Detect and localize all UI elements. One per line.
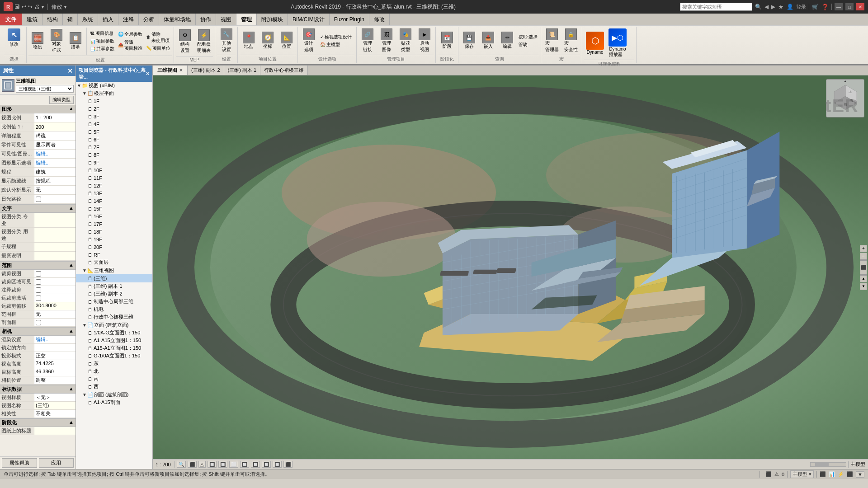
structure-settings-btn[interactable]: ⚙ 结构设置 [176, 28, 194, 55]
pb-item-5f[interactable]: 🗒5F [76, 128, 152, 136]
tab-modify[interactable]: 修改 [369, 14, 390, 25]
pb-item-7f[interactable]: 🗒7F [76, 143, 152, 151]
status-icon-4[interactable]: ⬛ [847, 471, 853, 477]
nav-forward[interactable]: ▶ [771, 4, 775, 10]
vc-btn-3[interactable]: △ [198, 461, 206, 468]
view-tab-3d-copy1[interactable]: (三维) 副本 1 [224, 66, 261, 75]
manage-links-btn[interactable]: 🔗 管理链接 [359, 28, 377, 54]
pb-item-elev-2[interactable]: 🗒A1-A15立面图1：150 [76, 337, 152, 344]
status-icon-3[interactable]: ⚡ [838, 471, 844, 477]
manage-images-btn[interactable]: 🖼 管理图像 [377, 28, 396, 54]
tab-fuzor[interactable]: Fuzor Plugin [330, 14, 369, 25]
tab-insert[interactable]: 插入 [98, 14, 118, 25]
pan-up-btn[interactable]: ▲ [860, 275, 867, 282]
tab-view[interactable]: 视图 [216, 14, 236, 25]
zoom-out-btn[interactable]: − [860, 253, 867, 260]
edit-type-btn[interactable]: 编辑类型 [49, 96, 74, 104]
pb-item-section-1[interactable]: 🗒A1-A15剖面 [76, 399, 152, 406]
material-btn[interactable]: 🧱 物质 [28, 31, 47, 51]
help-icon[interactable]: ★ [778, 3, 784, 10]
help-btn[interactable]: ❓ [821, 4, 829, 10]
modify-btn[interactable]: ↖ 修改 [4, 28, 24, 48]
pb-item-west[interactable]: 🗒西 [76, 383, 152, 390]
vc-btn-10[interactable]: 🔲 [273, 461, 282, 468]
view-tab-3d-close[interactable]: ✕ [179, 68, 183, 73]
project-params-btn[interactable]: 📊项目参数 [89, 38, 116, 45]
quick-access-save[interactable]: 🖫 [14, 4, 20, 10]
tab-bimcim[interactable]: BIM/CIM设计 [288, 14, 330, 25]
insert-btn[interactable]: 📥 嵌入 [479, 31, 497, 51]
edit-btn[interactable]: ✏ 编辑 [498, 31, 516, 51]
close-btn[interactable]: ✕ [856, 3, 864, 10]
identity-section-header[interactable]: 标识数据▲ [0, 385, 75, 394]
filter-btn[interactable]: ▼ [856, 471, 864, 478]
pb-item-elev-3[interactable]: 🗒A15-A1立面图1：150 [76, 344, 152, 352]
graphics-section-header[interactable]: 图形▲ [0, 105, 75, 113]
pb-close-btn[interactable]: ✕ [146, 71, 150, 77]
fit-view-btn[interactable]: ⬛ [860, 260, 867, 275]
pb-item-3d-copy1[interactable]: 🗒(三维) 副本 1 [76, 282, 152, 290]
mep-settings-btn[interactable]: ⚡ 配电盘明细表 [195, 28, 213, 55]
tab-manage[interactable]: 管理 [236, 14, 257, 25]
macro-security-btn[interactable]: 🔒 宏安全性 [562, 28, 580, 54]
pb-item-roof[interactable]: 🗒天面层 [76, 258, 152, 266]
pb-item-20f[interactable]: 🗒20F [76, 243, 152, 251]
phasing-btn[interactable]: 📅 阶段 [438, 28, 456, 54]
tab-addins[interactable]: 附加模块 [257, 14, 288, 25]
tab-structure[interactable]: 结构 [42, 14, 63, 25]
tab-collaborate[interactable]: 协作 [196, 14, 216, 25]
project-units-btn[interactable]: 📏项目单位 [145, 45, 172, 52]
coordinates-btn[interactable]: 🧭 坐标 [259, 31, 277, 51]
properties-close-btn[interactable]: ✕ [67, 67, 73, 75]
login-btn[interactable]: 登录 [796, 4, 806, 10]
pb-item-elev-1[interactable]: 🗒1/0A-G立面图1：150 [76, 329, 152, 337]
position-btn[interactable]: 📐 位置 [278, 31, 296, 51]
text-section-header[interactable]: 文字▲ [0, 204, 75, 213]
pb-item-sections[interactable]: ▼ 📄 剖面 (建筑剖面) [76, 391, 152, 399]
search-input[interactable] [680, 3, 752, 11]
pb-item-elevations[interactable]: ▼ 📄 立面 (建筑立面) [76, 321, 152, 329]
status-icon-2[interactable]: 📊 [829, 471, 835, 477]
pb-item-1f[interactable]: 🗒1F [76, 97, 152, 105]
camera-section-header[interactable]: 相机▲ [0, 327, 75, 336]
check-design-btn[interactable]: ✓检视选项设计 [319, 33, 353, 41]
model-selector[interactable]: 主模型 ▾ [790, 470, 814, 478]
vc-btn-9[interactable]: 🔲 [262, 461, 271, 468]
tab-build[interactable]: 建筑 [22, 14, 42, 25]
prop-row-gd[interactable]: 图形显示选项 编辑... [0, 159, 75, 168]
vc-btn-8[interactable]: 🔲 [251, 461, 260, 468]
macro-manager-btn[interactable]: 📜 宏管理器 [543, 28, 561, 54]
purge-btn[interactable]: 🗑清除未使用项 [145, 31, 172, 44]
vc-btn-7[interactable]: 🔲 [240, 461, 249, 468]
pb-item-12f[interactable]: 🗒12F [76, 182, 152, 189]
object-styles-btn[interactable]: 🎨 对象样式 [47, 28, 66, 54]
pb-item-3f[interactable]: 🗒3F [76, 113, 152, 120]
pb-item-17f[interactable]: 🗒17F [76, 220, 152, 228]
minimize-btn[interactable]: — [835, 3, 843, 10]
user-icon[interactable]: 👤 [787, 4, 793, 10]
vc-btn-1[interactable]: 🔍 [177, 461, 186, 468]
design-option-btn[interactable]: 🎯 设计选项 [300, 28, 318, 54]
pb-item-15f[interactable]: 🗒15F [76, 205, 152, 212]
pb-item-16f[interactable]: 🗒16F [76, 212, 152, 220]
main-model-btn[interactable]: 🏠主模型 [319, 41, 353, 48]
startup-view-btn[interactable]: ▶ 启动视图 [415, 28, 434, 54]
preserve-btn[interactable]: 💾 保存 [460, 31, 478, 51]
select-by-id-btn[interactable]: 按ID选择 [517, 33, 539, 41]
dynamo-btn[interactable]: ⬡ Dynamo [584, 31, 606, 56]
other-settings-btn[interactable]: 🔧 其他设置 [217, 28, 236, 54]
tracings-btn[interactable]: 📋 描摹 [66, 31, 85, 51]
prop-type-selector[interactable]: 三维视图: (三维) [16, 85, 74, 93]
vc-btn-5[interactable]: 🔲 [218, 461, 227, 468]
inspector-btn[interactable]: 管吻 [517, 41, 539, 48]
pb-item-mep[interactable]: 🗒机电 [76, 305, 152, 313]
tab-file[interactable]: 文件 [0, 14, 22, 25]
phasing-section-header[interactable]: 阶段化▲ [0, 418, 75, 427]
pb-item-elev-4[interactable]: 🗒G-1/0A立面图1：150 [76, 352, 152, 360]
quick-access-more[interactable]: ▾ [42, 5, 44, 9]
status-icon-1[interactable]: ⬛ [820, 471, 826, 477]
pan-down-btn[interactable]: ▼ [860, 283, 867, 290]
vc-btn-4[interactable]: 🔲 [208, 461, 217, 468]
pb-item-north[interactable]: 🗒北 [76, 367, 152, 375]
shared-params-btn[interactable]: 📑共享参数 [89, 45, 116, 52]
